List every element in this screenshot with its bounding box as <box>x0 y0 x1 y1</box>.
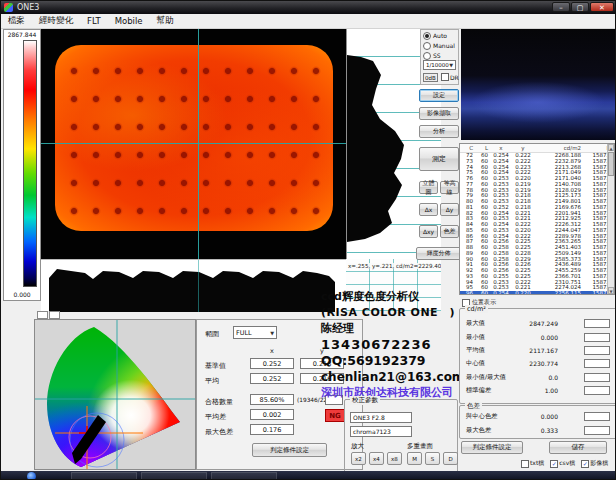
app-icon <box>4 3 13 12</box>
column-x-label: x <box>270 347 274 355</box>
luminance-stats-title: cd/m² <box>465 305 488 313</box>
menu-item[interactable]: 檔案 <box>1 14 32 28</box>
taskbar-item[interactable] <box>211 472 277 480</box>
dr-option[interactable]: DR <box>441 73 459 81</box>
settings-button[interactable]: 設定 <box>419 89 459 102</box>
stat-row: 平均值2117.167 <box>466 344 610 357</box>
stat-field[interactable] <box>584 412 610 421</box>
table-cell: 60 <box>475 291 490 295</box>
delta-x-button[interactable]: Δx <box>419 203 438 216</box>
range-select[interactable]: FULL ▼ <box>233 326 277 339</box>
stat-field[interactable] <box>584 346 610 355</box>
stat-value: 0.0 <box>506 374 584 381</box>
multi-screen-button-group: MSD <box>407 452 458 465</box>
measurement-table[interactable]: CLxycd/m2K 72600.2540.2222268.1881587373… <box>459 143 615 295</box>
zoom-x4-button[interactable]: x4 <box>369 452 384 465</box>
stat-label: 平均值 <box>466 346 485 355</box>
stat-label: 最小值/最大值 <box>466 373 506 382</box>
luminance-heatmap[interactable] <box>41 29 346 259</box>
crosshair-vertical-line <box>198 260 199 312</box>
delta-xy-button[interactable]: Δxy <box>419 225 438 238</box>
table-header-cell: cd/m2 <box>534 144 584 152</box>
table-scrollbar[interactable]: ▲ ▼ <box>607 144 614 294</box>
stat-field[interactable] <box>584 333 610 342</box>
multi-screen-s-button[interactable]: S <box>425 452 440 465</box>
stat-field[interactable] <box>584 319 610 328</box>
minimize-button[interactable]: – <box>552 2 570 12</box>
average-x-field[interactable]: 0.252 <box>250 373 294 384</box>
stat-field[interactable] <box>584 426 610 435</box>
maximize-button[interactable]: ▢ <box>571 2 589 12</box>
horizontal-profile-plot <box>41 260 346 312</box>
save-option[interactable]: ✓影像檔 <box>581 459 608 468</box>
checkbox-icon <box>441 73 449 81</box>
stat-value: 0.000 <box>497 413 584 420</box>
checkbox-icon: ✓ <box>581 460 589 468</box>
surface-3d-button[interactable]: 立體圖 <box>419 181 438 194</box>
scrollbar-thumb[interactable] <box>608 152 614 176</box>
table-header-row: CLxycd/m2K <box>460 144 614 153</box>
analyze-button[interactable]: 分析 <box>419 125 459 138</box>
mode-option-ss[interactable]: SS <box>423 51 458 60</box>
save-option[interactable]: txt檔 <box>521 459 544 468</box>
measure-button[interactable]: 測定 <box>419 147 459 171</box>
table-header-cell: x <box>490 144 512 152</box>
shutter-select[interactable]: 1/10000 ▼ <box>423 60 456 70</box>
crosshair-vertical-line <box>198 29 199 259</box>
contact-line: ccd辉度色度分析仪 <box>321 289 451 305</box>
start-orb-icon[interactable] <box>27 472 36 480</box>
table-header-cell: y <box>512 144 534 152</box>
radio-dot <box>425 34 429 38</box>
radio-icon <box>423 32 431 40</box>
mini-field[interactable] <box>37 311 48 319</box>
calibration-param2-field[interactable]: chroma7123 <box>350 426 412 437</box>
menu-item[interactable]: FLT <box>80 15 108 27</box>
save-option[interactable]: ✓csv檔 <box>550 459 575 468</box>
taskbar-item[interactable] <box>71 472 137 480</box>
colorbar-gradient <box>23 40 37 287</box>
stat-field[interactable] <box>584 373 610 382</box>
stat-field[interactable] <box>584 386 610 395</box>
exposure-mode-radios: AutoManualSS <box>421 31 458 60</box>
table-header-cell: C <box>460 144 475 152</box>
reference-x-field[interactable]: 0.252 <box>250 358 294 369</box>
gain-display[interactable]: 0dB <box>423 73 438 82</box>
judge-condition-button[interactable]: 判定條件設定 <box>252 443 327 457</box>
delta-y-button[interactable]: Δy <box>440 203 459 216</box>
taskbar-item[interactable] <box>141 472 207 480</box>
stat-field[interactable] <box>584 359 610 368</box>
scroll-down-icon[interactable]: ▼ <box>608 287 614 294</box>
colorbar-max-label: 2867.844 <box>4 31 40 38</box>
table-header-cell: L <box>475 144 490 152</box>
stat-label: 最大色差 <box>466 426 491 435</box>
camera-preview-image[interactable] <box>461 29 615 140</box>
zoom-x8-button[interactable]: x8 <box>387 452 402 465</box>
cie-chromaticity-panel[interactable] <box>34 319 196 470</box>
stat-row: 中心值2230.774 <box>466 357 610 370</box>
judge-condition-button[interactable]: 判定條件設定 <box>461 441 523 454</box>
mode-option-auto[interactable]: Auto <box>423 31 458 40</box>
contour-button[interactable]: 等高線 <box>440 181 459 194</box>
checkbox-icon: ✓ <box>550 460 558 468</box>
menu-item[interactable]: 經時變化 <box>32 14 80 28</box>
menu-item[interactable]: 幫助 <box>150 14 181 28</box>
image-capture-button[interactable]: 影像擷取 <box>419 107 459 120</box>
scroll-up-icon[interactable]: ▲ <box>608 144 614 151</box>
window-title: ONE3 <box>17 3 39 12</box>
exposure-control-group: AutoManualSS 1/10000 ▼ 0dB DR <box>420 29 459 85</box>
radio-icon <box>423 42 431 50</box>
table-row[interactable]: 96600.2540.2202256.11515873 <box>460 291 614 295</box>
multi-screen-d-button[interactable]: D <box>443 452 458 465</box>
close-button[interactable]: ✕ <box>590 2 614 12</box>
mini-field[interactable] <box>49 311 60 319</box>
calibration-param1-field[interactable]: ONE3 F2.8 <box>350 412 412 423</box>
luminance-distribution-button[interactable]: 輝度分佈 <box>416 247 461 260</box>
avg-diff-label: 平均差 <box>205 412 226 422</box>
zoom-x2-button[interactable]: x2 <box>351 452 366 465</box>
mode-option-manual[interactable]: Manual <box>423 41 458 50</box>
stat-label: 最小值 <box>466 333 485 342</box>
color-diff-button[interactable]: 色差 <box>440 225 459 238</box>
multi-screen-m-button[interactable]: M <box>407 452 422 465</box>
save-button[interactable]: 儲存 <box>549 441 607 454</box>
menu-item[interactable]: Mobile <box>108 15 150 27</box>
